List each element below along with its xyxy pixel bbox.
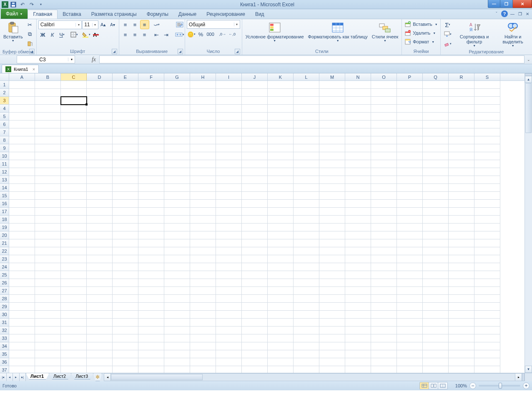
row-header[interactable]: 27 [0, 287, 9, 295]
cell[interactable] [61, 271, 87, 279]
cell[interactable] [294, 152, 319, 160]
cell[interactable] [216, 295, 242, 303]
cell[interactable] [9, 319, 35, 327]
fill-color-icon[interactable]: ▾ [82, 30, 91, 39]
cell[interactable] [474, 128, 500, 136]
cell[interactable] [216, 176, 242, 184]
scroll-right-icon[interactable]: ▸ [515, 373, 522, 381]
cell[interactable] [449, 358, 474, 366]
cell[interactable] [61, 176, 87, 184]
cell[interactable] [294, 216, 319, 224]
cell[interactable] [190, 208, 216, 216]
file-tab[interactable]: Файл▼ [1, 9, 28, 19]
cell[interactable] [319, 97, 345, 105]
cell[interactable] [449, 136, 474, 144]
cell[interactable] [35, 271, 61, 279]
format-painter-icon[interactable] [25, 39, 35, 48]
cell[interactable] [474, 247, 500, 255]
cell[interactable] [35, 350, 61, 358]
cell[interactable] [164, 89, 190, 97]
maximize-button[interactable]: ❐ [500, 0, 513, 8]
cell[interactable] [190, 152, 216, 160]
cell[interactable] [449, 128, 474, 136]
cell[interactable] [190, 287, 216, 295]
cell[interactable] [371, 342, 397, 350]
cell[interactable] [242, 366, 268, 373]
cell[interactable] [319, 160, 345, 168]
zoom-level[interactable]: 100% [452, 383, 467, 388]
cell[interactable] [113, 327, 138, 334]
cell[interactable] [474, 168, 500, 176]
cell[interactable] [371, 168, 397, 176]
cell[interactable] [190, 160, 216, 168]
align-top-icon[interactable]: ≡ [121, 20, 130, 29]
cell[interactable] [474, 342, 500, 350]
cell[interactable] [9, 81, 35, 89]
cell[interactable] [345, 176, 371, 184]
cell[interactable] [87, 192, 113, 200]
cell[interactable] [113, 247, 138, 255]
cell[interactable] [371, 255, 397, 263]
cell[interactable] [449, 89, 474, 97]
cell[interactable] [242, 358, 268, 366]
cell[interactable] [449, 311, 474, 319]
cell[interactable] [294, 168, 319, 176]
cell[interactable] [87, 303, 113, 311]
cell[interactable] [61, 334, 87, 342]
cell[interactable] [216, 128, 242, 136]
cell[interactable] [319, 208, 345, 216]
cell[interactable] [474, 319, 500, 327]
cell[interactable] [371, 184, 397, 192]
cell[interactable] [9, 239, 35, 247]
cell[interactable] [35, 168, 61, 176]
sort-filter-button[interactable]: АЯ Сортировка и фильтр▼ [454, 20, 495, 48]
column-header[interactable]: R [449, 73, 474, 80]
cell[interactable] [35, 319, 61, 327]
cell[interactable] [423, 311, 449, 319]
excel-app-icon[interactable]: X [2, 1, 8, 8]
selected-cell[interactable] [61, 97, 87, 105]
cell[interactable] [319, 89, 345, 97]
cell[interactable] [397, 192, 423, 200]
cell[interactable] [138, 136, 164, 144]
cell[interactable] [164, 184, 190, 192]
cell[interactable] [216, 224, 242, 231]
cell-styles-button[interactable]: Стили ячеек▼ [370, 20, 400, 43]
cell[interactable] [268, 136, 294, 144]
cell[interactable] [423, 295, 449, 303]
cell[interactable] [397, 366, 423, 373]
cell[interactable] [190, 263, 216, 271]
cell[interactable] [423, 121, 449, 128]
cell[interactable] [190, 200, 216, 208]
cell[interactable] [9, 311, 35, 319]
cell[interactable] [216, 200, 242, 208]
cell[interactable] [9, 192, 35, 200]
cell[interactable] [216, 192, 242, 200]
cell[interactable] [319, 144, 345, 152]
cell[interactable] [345, 295, 371, 303]
cell[interactable] [242, 287, 268, 295]
cell[interactable] [397, 255, 423, 263]
cell[interactable] [87, 279, 113, 287]
cell[interactable] [474, 295, 500, 303]
cell[interactable] [242, 152, 268, 160]
cell[interactable] [216, 208, 242, 216]
cell[interactable] [138, 263, 164, 271]
cell[interactable] [474, 97, 500, 105]
cell[interactable] [113, 350, 138, 358]
cell[interactable] [138, 303, 164, 311]
cell[interactable] [35, 192, 61, 200]
cell[interactable] [345, 168, 371, 176]
cell[interactable] [268, 350, 294, 358]
column-header[interactable]: H [190, 73, 216, 80]
cell[interactable] [423, 152, 449, 160]
vertical-scrollbar[interactable]: ▲ ▼ [524, 73, 532, 373]
cell[interactable] [9, 97, 35, 105]
row-header[interactable]: 18 [0, 216, 9, 224]
cell[interactable] [61, 121, 87, 128]
cell[interactable] [371, 334, 397, 342]
align-right-icon[interactable]: ≡ [140, 30, 149, 39]
cell[interactable] [164, 144, 190, 152]
cell[interactable] [294, 263, 319, 271]
cell[interactable] [397, 327, 423, 334]
